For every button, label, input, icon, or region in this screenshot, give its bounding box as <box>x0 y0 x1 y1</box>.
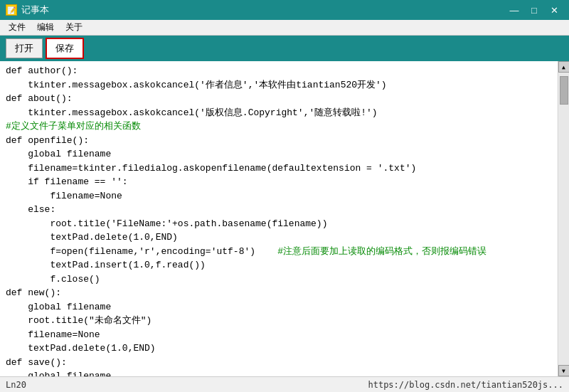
menu-file[interactable]: 文件 <box>3 20 31 35</box>
code-line: filename=tkinter.filedialog.askopenfilen… <box>6 161 552 176</box>
menu-edit[interactable]: 编辑 <box>31 20 60 35</box>
url-hint: https://blog.csdn.net/tiantian520js... <box>368 380 563 390</box>
code-line: tkinter.messagebox.askokcancel('作者信息','本… <box>6 78 552 92</box>
code-line: filename=None <box>6 189 552 203</box>
window-controls: — □ ✕ <box>505 3 563 17</box>
status-bar: Ln20 https://blog.csdn.net/tiantian520js… <box>0 376 569 392</box>
code-line: def openfile(): <box>6 134 552 148</box>
code-line: def author(): <box>6 64 552 78</box>
code-line: if filename == '': <box>6 175 552 189</box>
vertical-scrollbar[interactable]: ▲ ▼ <box>558 61 569 376</box>
scroll-down-button[interactable]: ▼ <box>558 365 570 376</box>
scroll-up-button[interactable]: ▲ <box>558 61 570 73</box>
content-area: def author(): tkinter.messagebox.askokca… <box>0 61 569 376</box>
code-line: root.title("未命名文件") <box>6 314 552 328</box>
title-bar: 📝 记事本 — □ ✕ <box>0 0 569 20</box>
title-bar-left: 📝 记事本 <box>6 4 49 16</box>
save-button[interactable]: 保存 <box>46 38 84 59</box>
code-line: def new(): <box>6 286 552 300</box>
maximize-button[interactable]: □ <box>525 3 543 17</box>
menu-bar: 文件 编辑 关于 <box>0 20 569 36</box>
code-line: tkinter.messagebox.askokcancel('版权信息.Cop… <box>6 106 552 120</box>
open-button[interactable]: 打开 <box>6 38 43 58</box>
window-title: 记事本 <box>21 4 49 16</box>
code-line: textPad.insert(1.0,f.read()) <box>6 258 552 272</box>
scroll-track[interactable] <box>559 73 569 365</box>
menu-about[interactable]: 关于 <box>60 20 88 35</box>
code-line: filename=None <box>6 328 552 342</box>
scroll-thumb[interactable] <box>560 76 568 105</box>
code-line: global filename <box>6 147 552 161</box>
code-line: def about(): <box>6 92 552 106</box>
code-line: textPad.delete(1.0,END) <box>6 231 552 245</box>
code-line: global filename <box>6 300 552 314</box>
code-line: def save(): <box>6 356 552 370</box>
minimize-button[interactable]: — <box>505 3 523 17</box>
close-button[interactable]: ✕ <box>545 3 563 17</box>
code-line: else: <box>6 203 552 217</box>
code-line: #定义文件子菜单对应的相关函数 <box>6 120 552 134</box>
cursor-position: Ln20 <box>6 380 26 390</box>
app-icon: 📝 <box>6 4 17 16</box>
code-line: textPad.delete(1.0,END) <box>6 341 552 356</box>
code-editor[interactable]: def author(): tkinter.messagebox.askokca… <box>0 61 558 376</box>
toolbar: 打开 保存 <box>0 36 569 61</box>
code-line: f=open(filename,'r',encoding='utf-8') #注… <box>6 245 552 259</box>
code-line: root.title('FileName:'+os.path.basename(… <box>6 217 552 231</box>
code-line: f.close() <box>6 272 552 287</box>
code-line: global filename <box>6 369 552 376</box>
